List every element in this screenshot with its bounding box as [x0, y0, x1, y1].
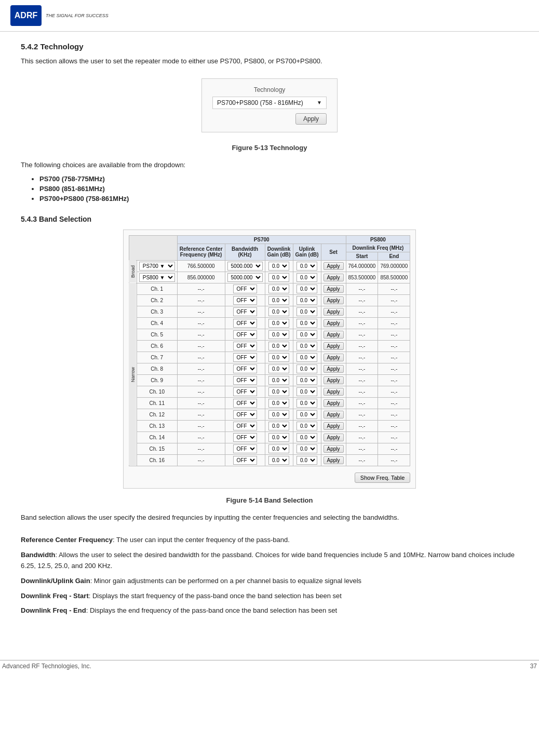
ul-select[interactable]: 0.0 [297, 410, 317, 419]
broad-ps700-bw-select[interactable]: 5000.000 [227, 262, 263, 271]
empty-header [129, 235, 177, 260]
broad-ps700-dl-select[interactable]: 0.0 [268, 262, 289, 271]
ul-select[interactable]: 0.0 [297, 319, 317, 328]
bw-select[interactable]: OFF [233, 433, 257, 442]
dl-select[interactable]: 0.0 [268, 376, 289, 385]
bw-select[interactable]: OFF [233, 387, 257, 396]
tech-apply-button[interactable]: Apply [295, 113, 327, 125]
bw-select[interactable]: OFF [233, 342, 257, 350]
ref-freq: --.- [177, 283, 225, 294]
bw-select[interactable]: OFF [233, 365, 257, 373]
dl-cell: 0.0 [265, 431, 293, 443]
table-row: Ch. 4--.-OFF0.00.0Apply--.---.- [129, 317, 410, 329]
ch-label: Ch. 14 [137, 431, 177, 443]
apply-button[interactable]: Apply [324, 342, 344, 350]
dl-select[interactable]: 0.0 [268, 353, 289, 362]
dl-select[interactable]: 0.0 [268, 410, 289, 419]
bw-select[interactable]: OFF [233, 422, 257, 430]
ref-center-term: Reference Center Frequency [21, 536, 113, 544]
ul-select[interactable]: 0.0 [297, 365, 317, 373]
ul-select[interactable]: 0.0 [297, 353, 317, 362]
dl-select[interactable]: 0.0 [268, 342, 289, 350]
ul-select[interactable]: 0.0 [297, 307, 317, 316]
ps700-select[interactable]: PS700 ▼ [139, 262, 175, 271]
dl-select[interactable]: 0.0 [268, 433, 289, 442]
apply-button[interactable]: Apply [324, 365, 344, 373]
apply-button[interactable]: Apply [324, 308, 344, 316]
end-freq: --.- [378, 340, 410, 352]
bw-select[interactable]: OFF [233, 353, 257, 362]
apply-button[interactable]: Apply [324, 399, 344, 407]
bw-select[interactable]: OFF [233, 456, 257, 465]
ul-select[interactable]: 0.0 [297, 376, 317, 385]
dl-select[interactable]: 0.0 [268, 285, 289, 293]
ul-select[interactable]: 0.0 [297, 285, 317, 293]
ul-select[interactable]: 0.0 [297, 296, 317, 305]
apply-button[interactable]: Apply [324, 296, 344, 304]
tech-dropdown[interactable]: PS700+PS800 (758 - 816MHz) ▼ [212, 97, 327, 109]
dl-select[interactable]: 0.0 [268, 307, 289, 316]
apply-button[interactable]: Apply [324, 434, 344, 441]
ul-cell: 0.0 [293, 454, 321, 466]
bw-select[interactable]: OFF [233, 376, 257, 385]
ul-select[interactable]: 0.0 [297, 456, 317, 465]
apply-button[interactable]: Apply [324, 285, 344, 293]
end-freq: --.- [378, 294, 410, 306]
ul-select[interactable]: 0.0 [297, 399, 317, 408]
apply-button[interactable]: Apply [324, 319, 344, 327]
broad-ps700-apply-button[interactable]: Apply [324, 262, 344, 270]
ps800-select[interactable]: PS800 ▼ [139, 273, 175, 282]
broad-ps800-apply-cell: Apply [321, 272, 346, 283]
dl-select[interactable]: 0.0 [268, 422, 289, 430]
dl-select[interactable]: 0.0 [268, 456, 289, 465]
ul-select[interactable]: 0.0 [297, 387, 317, 396]
bandwidth-text: : Allows the user to select the desired … [21, 551, 515, 570]
dl-select[interactable]: 0.0 [268, 399, 289, 408]
bw-select[interactable]: OFF [233, 330, 257, 339]
apply-button[interactable]: Apply [324, 376, 344, 384]
bw-select[interactable]: OFF [233, 319, 257, 328]
apply-button[interactable]: Apply [324, 411, 344, 419]
bw-select[interactable]: OFF [233, 444, 257, 453]
dl-select[interactable]: 0.0 [268, 330, 289, 339]
bw-select[interactable]: OFF [233, 296, 257, 305]
table-row: Ch. 6--.-OFF0.00.0Apply--.---.- [129, 340, 410, 352]
broad-ps800-ul-select[interactable]: 0.0 [297, 273, 317, 282]
ul-select[interactable]: 0.0 [297, 342, 317, 350]
broad-ps800-bw-select[interactable]: 5000.000 [227, 273, 263, 282]
apply-cell: Apply [321, 397, 346, 409]
ul-cell: 0.0 [293, 363, 321, 374]
apply-cell: Apply [321, 431, 346, 443]
apply-button[interactable]: Apply [324, 388, 344, 396]
dl-select[interactable]: 0.0 [268, 296, 289, 305]
apply-button[interactable]: Apply [324, 456, 344, 464]
bw-select[interactable]: OFF [233, 410, 257, 419]
dl-select[interactable]: 0.0 [268, 365, 289, 373]
broad-ps800-apply-button[interactable]: Apply [324, 274, 344, 281]
dl-cell: 0.0 [265, 329, 293, 340]
ref-freq: --.- [177, 431, 225, 443]
bw-cell: OFF [225, 294, 265, 306]
ch-label: Ch. 11 [137, 397, 177, 409]
ul-select[interactable]: 0.0 [297, 330, 317, 339]
end-freq: --.- [378, 454, 410, 466]
ch-label: Ch. 12 [137, 409, 177, 420]
show-freq-button[interactable]: Show Freq. Table [355, 473, 410, 483]
apply-button[interactable]: Apply [324, 445, 344, 453]
dl-select[interactable]: 0.0 [268, 387, 289, 396]
bw-cell: OFF [225, 397, 265, 409]
apply-button[interactable]: Apply [324, 422, 344, 430]
bw-select[interactable]: OFF [233, 399, 257, 408]
ul-select[interactable]: 0.0 [297, 444, 317, 453]
dl-select[interactable]: 0.0 [268, 319, 289, 328]
apply-button[interactable]: Apply [324, 354, 344, 361]
apply-button[interactable]: Apply [324, 331, 344, 339]
dl-select[interactable]: 0.0 [268, 444, 289, 453]
ul-select[interactable]: 0.0 [297, 433, 317, 442]
bw-select[interactable]: OFF [233, 307, 257, 316]
table-row: PS800 ▼ 856.000000 5000.000 0.0 0.0 Appl… [129, 272, 410, 283]
bw-select[interactable]: OFF [233, 285, 257, 293]
broad-ps700-ul-select[interactable]: 0.0 [297, 262, 317, 271]
ul-select[interactable]: 0.0 [297, 422, 317, 430]
broad-ps800-dl-select[interactable]: 0.0 [268, 273, 289, 282]
